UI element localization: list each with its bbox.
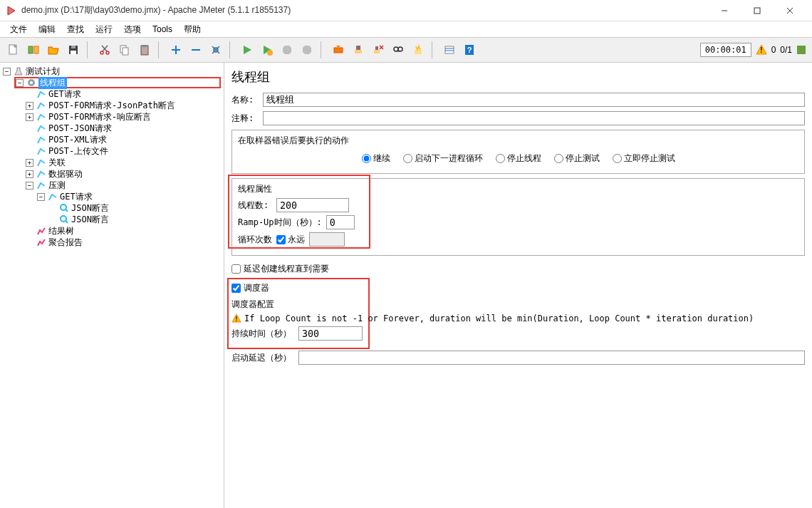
toggle-icon[interactable]: − bbox=[16, 79, 24, 87]
tree-thread-group[interactable]: − 线程组 bbox=[14, 77, 221, 88]
paste-button[interactable] bbox=[135, 41, 154, 59]
svg-rect-31 bbox=[415, 50, 422, 54]
comment-label: 注释: bbox=[231, 113, 259, 125]
rampup-input[interactable] bbox=[326, 215, 355, 229]
svg-rect-5 bbox=[28, 46, 33, 53]
gear-icon bbox=[26, 78, 36, 88]
startup-delay-input[interactable] bbox=[298, 351, 805, 365]
tree-test-plan[interactable]: − 测试计划 bbox=[3, 66, 221, 77]
tree-item[interactable]: GET请求 bbox=[26, 88, 221, 100]
sampler-icon bbox=[36, 180, 46, 190]
tree-result-tree[interactable]: 结果树 bbox=[26, 225, 221, 237]
name-input[interactable] bbox=[263, 93, 805, 107]
toggle-button[interactable] bbox=[207, 41, 225, 59]
tree-json-assert[interactable]: JSON断言 bbox=[48, 214, 221, 225]
new-button[interactable] bbox=[4, 41, 23, 59]
svg-point-29 bbox=[398, 47, 402, 51]
menu-file[interactable]: 文件 bbox=[6, 22, 31, 37]
radio-stop-thread[interactable]: 停止线程 bbox=[496, 152, 541, 165]
toggle-icon[interactable]: − bbox=[3, 68, 11, 76]
svg-rect-8 bbox=[71, 51, 76, 54]
tree-item[interactable]: +POST-FORM请求-响应断言 bbox=[26, 111, 221, 123]
on-error-legend: 在取样器错误后要执行的动作 bbox=[238, 135, 798, 147]
svg-rect-25 bbox=[334, 48, 343, 53]
templates-button[interactable] bbox=[24, 41, 43, 59]
svg-line-12 bbox=[103, 46, 108, 51]
tree-item-stress[interactable]: −压测 bbox=[26, 180, 221, 191]
toggle-icon[interactable]: + bbox=[26, 102, 33, 110]
minimize-button[interactable] bbox=[708, 0, 741, 21]
panel-title: 线程组 bbox=[231, 68, 805, 85]
delay-create-checkbox[interactable] bbox=[231, 264, 241, 274]
start-button[interactable] bbox=[238, 41, 256, 59]
tree-item[interactable]: POST-上传文件 bbox=[26, 145, 221, 157]
warning-icon[interactable]: ! bbox=[756, 44, 767, 56]
clear-all-button[interactable] bbox=[369, 41, 387, 59]
threads-input[interactable] bbox=[276, 198, 349, 212]
tree-item[interactable]: POST-JSON请求 bbox=[26, 123, 221, 134]
scheduler-label: 调度器 bbox=[244, 282, 269, 294]
search-button[interactable] bbox=[389, 41, 407, 59]
tree-agg-report[interactable]: 聚合报告 bbox=[26, 237, 221, 248]
cut-button[interactable] bbox=[95, 41, 114, 59]
sampler-icon bbox=[36, 169, 46, 179]
start-no-pause-button[interactable] bbox=[258, 41, 276, 59]
menu-search[interactable]: 查找 bbox=[63, 22, 88, 37]
toggle-icon[interactable]: − bbox=[37, 193, 45, 201]
help-button[interactable]: ? bbox=[460, 41, 479, 59]
function-helper-button[interactable] bbox=[440, 41, 459, 59]
remote-start-button[interactable] bbox=[329, 41, 348, 59]
svg-rect-6 bbox=[34, 46, 38, 53]
save-button[interactable] bbox=[64, 41, 83, 59]
radio-stop-test[interactable]: 停止测试 bbox=[554, 152, 600, 165]
scheduler-checkbox[interactable] bbox=[231, 284, 241, 293]
tree-item[interactable]: +数据驱动 bbox=[26, 168, 221, 180]
stop-button[interactable] bbox=[278, 41, 296, 59]
clear-button[interactable] bbox=[349, 41, 368, 59]
loop-count-input bbox=[309, 232, 345, 247]
menu-help[interactable]: 帮助 bbox=[179, 22, 205, 37]
radio-stop-test-now[interactable]: 立即停止测试 bbox=[613, 152, 675, 165]
tree-item[interactable]: +POST-FORM请求-JsonPath断言 bbox=[26, 100, 221, 111]
duration-input[interactable] bbox=[298, 326, 363, 341]
svg-rect-32 bbox=[445, 46, 454, 53]
tree-item[interactable]: +关联 bbox=[26, 157, 221, 168]
toggle-icon[interactable]: − bbox=[26, 182, 33, 190]
menu-options[interactable]: 选项 bbox=[120, 22, 145, 37]
magnifier-icon bbox=[59, 203, 69, 213]
maximize-button[interactable] bbox=[741, 0, 774, 21]
tree-json-assert[interactable]: JSON断言 bbox=[48, 202, 221, 214]
menu-edit[interactable]: 编辑 bbox=[34, 22, 60, 37]
svg-point-11 bbox=[106, 51, 109, 54]
toggle-icon[interactable]: + bbox=[26, 159, 33, 167]
expand-button[interactable] bbox=[167, 41, 185, 59]
sampler-icon bbox=[36, 89, 46, 99]
menu-tools[interactable]: Tools bbox=[148, 23, 177, 36]
tree-panel[interactable]: − 测试计划 − 线程组 GET请求 bbox=[0, 63, 224, 508]
menu-run[interactable]: 运行 bbox=[91, 22, 117, 37]
toggle-icon[interactable]: + bbox=[26, 113, 33, 121]
svg-rect-9 bbox=[71, 46, 76, 48]
collapse-button[interactable] bbox=[187, 41, 205, 59]
radio-continue[interactable]: 继续 bbox=[362, 152, 390, 165]
comment-input[interactable] bbox=[263, 111, 805, 125]
svg-point-28 bbox=[394, 47, 398, 51]
svg-rect-27 bbox=[374, 50, 380, 53]
sampler-icon bbox=[36, 100, 46, 110]
shutdown-button[interactable] bbox=[298, 41, 316, 59]
svg-text:!: ! bbox=[234, 316, 238, 323]
svg-point-40 bbox=[30, 81, 33, 84]
toggle-icon[interactable]: + bbox=[26, 170, 33, 178]
forever-checkbox[interactable]: 永远 bbox=[276, 234, 305, 246]
listener-icon bbox=[36, 237, 46, 247]
radio-next-loop[interactable]: 启动下一进程循环 bbox=[403, 152, 483, 165]
warning-icon: ! bbox=[231, 313, 241, 323]
open-button[interactable] bbox=[44, 41, 63, 59]
flask-icon bbox=[14, 66, 24, 76]
tree-sub-get[interactable]: −GET请求 bbox=[37, 191, 221, 202]
reset-search-button[interactable] bbox=[409, 41, 427, 59]
name-label: 名称: bbox=[231, 94, 259, 106]
close-button[interactable] bbox=[774, 0, 806, 21]
tree-item[interactable]: POST-XML请求 bbox=[26, 134, 221, 145]
copy-button[interactable] bbox=[115, 41, 134, 59]
